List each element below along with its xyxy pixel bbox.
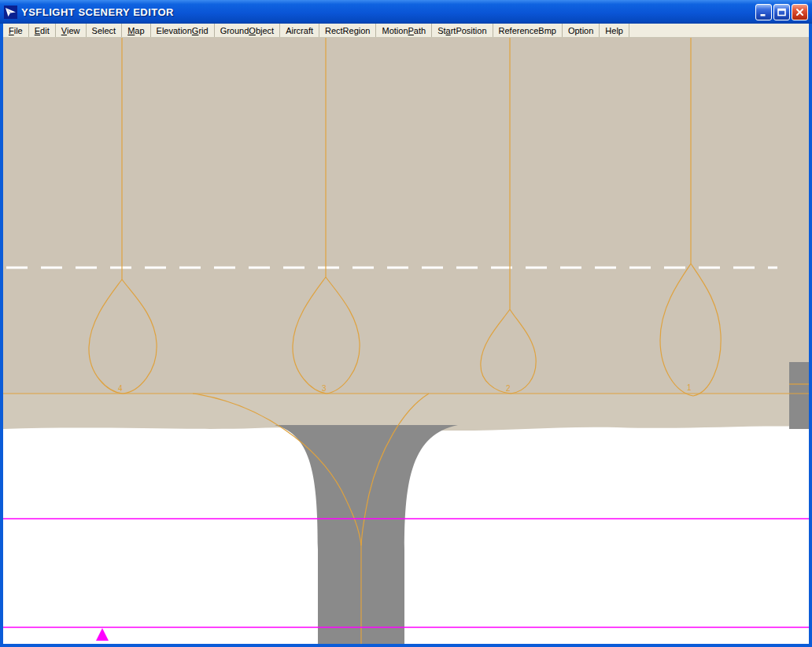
maximize-icon (777, 7, 787, 17)
menu-item-map[interactable]: Map (122, 24, 150, 37)
motion-path-label: 3 (322, 384, 327, 393)
editor-viewport[interactable]: 4 3 2 1 (3, 38, 809, 644)
motion-path-label: 1 (687, 383, 692, 392)
motion-path-label: 4 (118, 384, 123, 393)
menu-item-aircraft[interactable]: Aircraft (280, 24, 319, 37)
menu-text: Aircraft (286, 26, 313, 35)
menu-item-groundobject[interactable]: GroundObject (215, 24, 281, 37)
motion-path-label: 2 (506, 384, 511, 393)
close-icon (795, 7, 805, 17)
menu-item-elevationgrid[interactable]: ElevationGrid (151, 24, 215, 37)
menu-item-view[interactable]: View (56, 24, 87, 37)
menu-text: rid (198, 26, 208, 35)
menu-accesskey: F (9, 26, 14, 35)
window-title: YSFLIGHT SCENERY EDITOR (21, 6, 754, 18)
menu-text: Motion (382, 26, 408, 35)
menu-text: rtPosition (451, 26, 487, 35)
close-button[interactable] (792, 4, 808, 20)
menu-item-rectregion[interactable]: RectRegion (319, 24, 376, 37)
menu-item-motionpath[interactable]: MotionPath (376, 24, 432, 37)
menu-text: dit (40, 26, 50, 35)
menu-item-edit[interactable]: Edit (29, 24, 56, 37)
menu-accesskey: P (408, 26, 414, 35)
menu-bar: File Edit View Select Map ElevationGrid … (3, 24, 809, 38)
menu-item-referencebmp[interactable]: ReferenceBmp (493, 24, 563, 37)
ground-area (3, 38, 809, 394)
taxiway-right-block (789, 362, 809, 429)
menu-text: iew (67, 26, 80, 35)
menu-text: Ground (220, 26, 249, 35)
menu-text: RectRegion (325, 26, 370, 35)
menu-text: ath (414, 26, 426, 35)
map-canvas-svg[interactable]: 4 3 2 1 (3, 38, 809, 644)
menu-item-startposition[interactable]: StartPosition (432, 24, 493, 37)
menu-accesskey: G (192, 26, 199, 35)
maximize-button[interactable] (773, 4, 790, 20)
title-bar[interactable]: YSFLIGHT SCENERY EDITOR (0, 0, 812, 24)
menu-text: St (437, 26, 445, 35)
app-window: YSFLIGHT SCENERY EDITOR File Edit View S… (0, 0, 812, 647)
menu-accesskey: V (61, 26, 67, 35)
menu-text: bject (256, 26, 274, 35)
menu-accesskey: M (127, 26, 135, 35)
menu-text: Option (568, 26, 593, 35)
menu-item-option[interactable]: Option (563, 24, 600, 37)
menu-text: Select (92, 26, 116, 35)
menu-text: ap (135, 26, 144, 35)
menu-text: ReferenceBmp (499, 26, 556, 35)
menu-item-file[interactable]: File (3, 24, 29, 37)
app-icon[interactable] (4, 6, 17, 19)
menu-accesskey: O (249, 26, 256, 35)
minimize-button[interactable] (755, 4, 772, 20)
menu-accesskey: E (35, 26, 40, 35)
menu-text: Help (605, 26, 623, 35)
minimize-icon (758, 7, 769, 17)
menu-text: Elevation (157, 26, 192, 35)
menu-text: ile (14, 26, 23, 35)
menu-item-select[interactable]: Select (87, 24, 123, 37)
menu-item-help[interactable]: Help (600, 24, 629, 37)
